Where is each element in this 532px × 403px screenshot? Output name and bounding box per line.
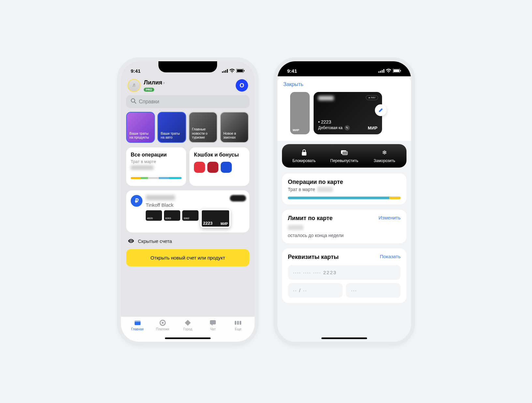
edit-card-button[interactable] — [375, 104, 387, 116]
svg-rect-16 — [240, 321, 241, 325]
svg-rect-6 — [244, 70, 244, 71]
avatar-letter: Л — [133, 83, 135, 88]
svg-rect-24 — [302, 152, 306, 156]
status-time: 9:41 — [131, 68, 140, 74]
pay-badge: ● PAY — [366, 95, 378, 100]
home-tab-icon — [134, 319, 141, 326]
stories-row: Ваши траты на продукты Ваши траты на авт… — [126, 112, 249, 143]
eye-icon — [128, 238, 134, 244]
search-icon — [131, 98, 136, 105]
wifi-icon — [229, 68, 235, 74]
mir-label: МИР — [368, 126, 377, 130]
lock-icon — [300, 149, 308, 157]
svg-line-8 — [135, 102, 136, 104]
ruble-icon: ₽ — [131, 195, 142, 207]
notch — [315, 61, 374, 72]
operations-widget[interactable]: Все операции Трат в марте — [126, 147, 186, 186]
battery-icon — [236, 68, 245, 74]
hidden-accounts-label: Скрытые счета — [138, 238, 172, 244]
redacted-pill — [230, 195, 246, 202]
operations-section[interactable]: Операции по карте Трат в марте — [282, 173, 406, 204]
chat-tab-icon — [209, 319, 217, 326]
city-tab-icon — [184, 319, 192, 326]
svg-rect-22 — [393, 69, 399, 72]
close-button[interactable]: Закрыть — [283, 82, 405, 87]
open-product-button[interactable]: Открыть новый счет или продукт — [126, 249, 249, 266]
block-button[interactable]: Блокировать — [284, 149, 324, 163]
card-last4: • 2223 — [318, 119, 377, 125]
section-title: Операции по карте — [288, 179, 401, 186]
account-name: Tinkoff Black — [146, 202, 227, 208]
mini-card-selected[interactable]: 2223 МИР — [200, 209, 230, 228]
svg-rect-2 — [225, 70, 226, 73]
redacted-amount — [131, 165, 154, 170]
tab-city[interactable]: Город — [175, 319, 200, 335]
redacted-card-name — [318, 96, 334, 100]
mir-label: МИР — [221, 222, 228, 226]
card-number-field[interactable]: ···· ···· ···· 2223 — [288, 265, 401, 280]
signal-icon — [222, 68, 228, 74]
story-item[interactable]: Новое в законах — [220, 112, 249, 143]
hidden-accounts-link[interactable]: Скрытые счета — [126, 237, 249, 249]
user-name[interactable]: Лилия › — [144, 79, 232, 86]
tab-chat[interactable]: Чат — [200, 319, 226, 335]
redacted-balance — [146, 195, 175, 200]
requisites-section: Реквизиты карты Показать ···· ···· ···· … — [282, 248, 406, 303]
mini-card[interactable]: 4820 — [146, 210, 162, 221]
svg-rect-13 — [210, 320, 216, 324]
card-type: Дебетовая ка — [318, 126, 343, 130]
reissue-icon — [340, 149, 348, 157]
card-cvv-field[interactable]: ··· — [346, 283, 401, 298]
reissue-button[interactable]: Перевыпустить — [324, 149, 364, 163]
snowflake-icon: ❄ — [380, 149, 388, 157]
cashback-partner-icon — [207, 162, 218, 173]
freeze-button[interactable]: ❄ Заморозить — [364, 149, 405, 163]
svg-point-12 — [162, 322, 164, 324]
svg-rect-14 — [235, 321, 236, 325]
card-actions: Блокировать Перевыпустить ❄ Заморозить — [282, 144, 406, 168]
logo-bubble[interactable]: O — [236, 79, 248, 92]
svg-rect-17 — [378, 71, 379, 73]
story-item[interactable]: Главные новости о туризме — [189, 112, 217, 143]
cashback-widget[interactable]: Кэшбэк и бонусы — [189, 147, 249, 186]
svg-rect-20 — [383, 69, 384, 73]
signal-icon — [378, 68, 384, 74]
section-subtitle: Трат в марте — [288, 187, 315, 192]
widget-title: Кэшбэк и бонусы — [194, 152, 245, 158]
svg-rect-1 — [224, 71, 225, 73]
mini-card[interactable]: 3062 — [182, 210, 199, 221]
svg-rect-10 — [135, 321, 140, 322]
prev-card[interactable]: МИР — [290, 92, 310, 134]
redacted-amount — [317, 187, 333, 192]
spending-bar — [131, 177, 182, 179]
story-item[interactable]: Ваши траты на авто — [157, 112, 186, 143]
home-indicator — [321, 337, 367, 339]
limit-section: Лимит по карте Изменить осталось до конц… — [282, 210, 406, 243]
payments-tab-icon — [159, 319, 167, 326]
operations-bar — [288, 197, 401, 199]
change-limit-link[interactable]: Изменить — [378, 215, 401, 220]
tab-more[interactable]: Еще — [226, 319, 251, 335]
account-card[interactable]: ₽ Tinkoff Black 4820 8263 3062 2223 — [126, 190, 249, 232]
search-placeholder: Справки — [139, 99, 159, 105]
section-title: Лимит по карте — [288, 215, 332, 222]
card-visual[interactable]: ● PAY • 2223 Дебетовая ка ✎ МИР — [314, 92, 382, 134]
show-requisites-link[interactable]: Показать — [380, 254, 401, 259]
redacted-limit — [288, 225, 303, 230]
card-expiry-field[interactable]: ·· / ·· — [288, 283, 343, 298]
search-input[interactable]: Справки — [126, 95, 249, 108]
edit-indicator-icon: ✎ — [345, 125, 350, 130]
status-time: 9:41 — [287, 68, 297, 74]
avatar[interactable]: Л — [127, 79, 140, 92]
mini-card[interactable]: 8263 — [164, 210, 180, 221]
story-item[interactable]: Ваши траты на продукты — [126, 112, 155, 143]
tab-home[interactable]: Главная — [125, 319, 150, 335]
svg-rect-5 — [237, 69, 243, 72]
svg-rect-0 — [222, 71, 223, 73]
more-tab-icon — [234, 319, 242, 326]
mir-label: МИР — [293, 128, 299, 132]
svg-rect-19 — [382, 70, 383, 73]
cashback-partner-icon — [221, 162, 232, 173]
notch — [158, 61, 217, 72]
tab-payments[interactable]: Платежи — [150, 319, 175, 335]
